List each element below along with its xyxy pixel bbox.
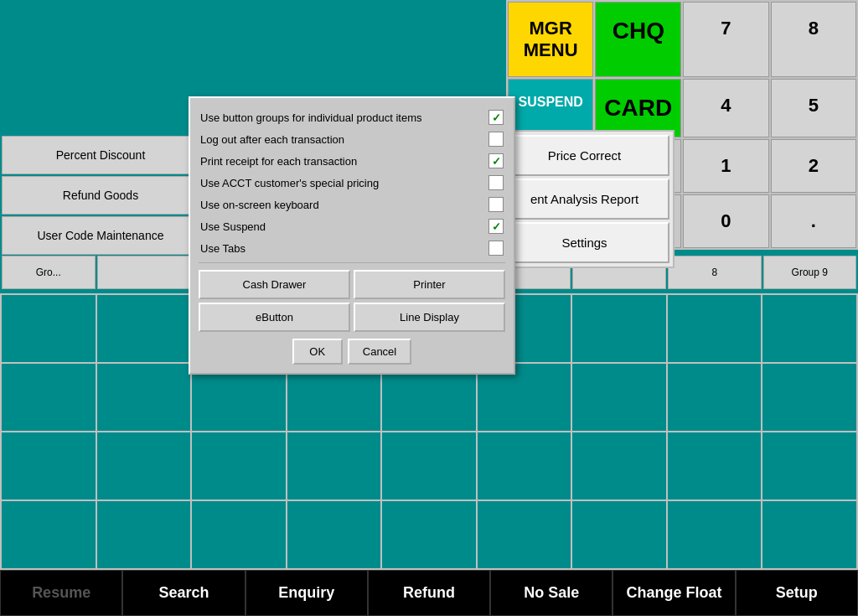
- num5-button[interactable]: 5: [771, 79, 856, 137]
- back-panel: Price Correct ent Analysis Report Settin…: [494, 130, 675, 268]
- option-row-3: Print receipt for each transaction ✓: [199, 150, 505, 172]
- option-label-4: Use ACCT customer's special pricing: [200, 177, 485, 189]
- option-label-7: Use Tabs: [200, 242, 485, 255]
- enquiry-button[interactable]: Enquiry: [246, 570, 368, 616]
- group-btn-1[interactable]: Gro...: [2, 256, 96, 289]
- option-label-2: Log out after each transaction: [200, 133, 485, 146]
- option-checkbox-5[interactable]: [488, 197, 504, 212]
- teal-cell-35[interactable]: [668, 501, 762, 568]
- num1-button[interactable]: 1: [683, 139, 768, 193]
- user-code-maintenance-button[interactable]: User Code Maintenance: [2, 216, 199, 255]
- teal-cell-8[interactable]: [668, 295, 762, 362]
- no-sale-button[interactable]: No Sale: [490, 570, 612, 616]
- teal-cell-10[interactable]: [2, 364, 96, 431]
- teal-cell-17[interactable]: [668, 364, 762, 431]
- cancel-button[interactable]: Cancel: [348, 339, 411, 365]
- option-row-1: Use button groups for individual product…: [199, 106, 505, 128]
- num4-button[interactable]: 4: [683, 79, 768, 137]
- card-button[interactable]: CARD: [595, 79, 681, 137]
- option-label-1: Use button groups for individual product…: [200, 111, 485, 124]
- teal-cell-16[interactable]: [572, 364, 666, 431]
- chq-button[interactable]: CHQ: [595, 2, 681, 77]
- teal-cell-28[interactable]: [2, 501, 96, 568]
- decimal-button[interactable]: .: [771, 194, 856, 248]
- teal-cell-25[interactable]: [572, 432, 666, 500]
- num0-button[interactable]: 0: [683, 194, 768, 248]
- teal-cell-32[interactable]: [382, 501, 476, 568]
- teal-cell-36[interactable]: [762, 501, 856, 568]
- group-btn-9[interactable]: Group 9: [763, 256, 857, 289]
- teal-cell-23[interactable]: [382, 432, 476, 500]
- analysis-report-button[interactable]: ent Analysis Report: [499, 179, 669, 220]
- percent-discount-button[interactable]: Percent Discount: [2, 136, 199, 174]
- ebutton-button[interactable]: eButton: [199, 303, 350, 332]
- option-checkbox-2[interactable]: [488, 132, 504, 147]
- num8-button[interactable]: 8: [771, 2, 856, 77]
- dialog-separator: [199, 262, 505, 263]
- teal-cell-1[interactable]: [2, 295, 96, 362]
- teal-cell-33[interactable]: [478, 501, 571, 568]
- sub-buttons-area: Cash Drawer Printer eButton Line Display: [199, 270, 505, 332]
- teal-cell-20[interactable]: [97, 432, 191, 500]
- resume-button[interactable]: Resume: [0, 570, 122, 616]
- teal-cell-29[interactable]: [97, 501, 191, 568]
- option-label-3: Print receipt for each transaction: [200, 155, 485, 168]
- group-btn-8[interactable]: 8: [668, 256, 762, 289]
- teal-cell-21[interactable]: [192, 432, 286, 500]
- cash-drawer-button[interactable]: Cash Drawer: [199, 270, 350, 299]
- line-display-button[interactable]: Line Display: [354, 303, 505, 332]
- mgr-menu-button[interactable]: MGR MENU: [508, 2, 593, 77]
- option-label-6: Use Suspend: [200, 220, 485, 233]
- option-label-5: Use on-screen keyboard: [200, 199, 485, 211]
- option-checkbox-4[interactable]: [488, 175, 504, 190]
- teal-cell-19[interactable]: [2, 432, 96, 500]
- teal-cell-24[interactable]: [478, 432, 571, 500]
- left-panel: Percent Discount Refund Goods User Code …: [0, 134, 201, 256]
- settings-button[interactable]: Settings: [499, 222, 669, 263]
- teal-cell-18[interactable]: [762, 364, 856, 431]
- refund-goods-button[interactable]: Refund Goods: [2, 176, 199, 215]
- option-row-5: Use on-screen keyboard: [199, 194, 505, 215]
- printer-button[interactable]: Printer: [354, 270, 505, 299]
- ok-button[interactable]: OK: [292, 339, 343, 365]
- settings-dialog: Use button groups for individual product…: [189, 96, 515, 375]
- option-row-6: Use Suspend ✓: [199, 215, 505, 237]
- teal-cell-34[interactable]: [572, 501, 666, 568]
- refund-button[interactable]: Refund: [368, 570, 490, 616]
- teal-cell-11[interactable]: [97, 364, 191, 431]
- taskbar: Resume Search Enquiry Refund No Sale Cha…: [0, 570, 858, 616]
- teal-cell-2[interactable]: [97, 295, 191, 362]
- change-float-button[interactable]: Change Float: [612, 570, 735, 616]
- option-checkbox-6[interactable]: ✓: [488, 219, 504, 234]
- search-button[interactable]: Search: [122, 570, 245, 616]
- option-checkbox-3[interactable]: ✓: [488, 153, 504, 168]
- teal-cell-7[interactable]: [572, 295, 666, 362]
- group-btn-2[interactable]: [97, 256, 191, 289]
- teal-cell-30[interactable]: [192, 501, 286, 568]
- option-row-2: Log out after each transaction: [199, 128, 505, 150]
- dialog-ok-cancel-row: OK Cancel: [199, 339, 505, 365]
- setup-button[interactable]: Setup: [736, 570, 858, 616]
- teal-cell-22[interactable]: [287, 432, 381, 500]
- option-row-7: Use Tabs: [199, 237, 505, 259]
- num7-button[interactable]: 7: [683, 2, 768, 77]
- teal-cell-26[interactable]: [668, 432, 762, 500]
- teal-cell-27[interactable]: [762, 432, 856, 500]
- teal-cell-31[interactable]: [287, 501, 381, 568]
- option-row-4: Use ACCT customer's special pricing: [199, 172, 505, 194]
- suspend-button[interactable]: SUSPEND: [508, 79, 593, 137]
- price-correct-button[interactable]: Price Correct: [499, 135, 669, 176]
- option-checkbox-1[interactable]: ✓: [488, 110, 504, 125]
- option-checkbox-7[interactable]: [488, 241, 504, 256]
- num2-button[interactable]: 2: [771, 139, 856, 193]
- teal-cell-9[interactable]: [762, 295, 856, 362]
